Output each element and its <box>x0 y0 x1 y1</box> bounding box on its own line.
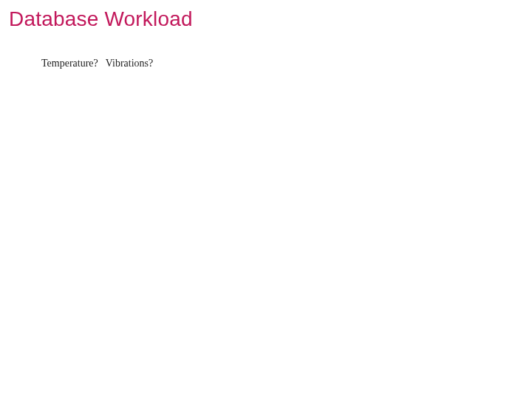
page-title: Database Workload <box>9 7 523 31</box>
subtitle-item-vibrations: Vibrations? <box>106 58 153 69</box>
subtitle-item-temperature: Temperature? <box>41 58 98 69</box>
slide-container: Database Workload Temperature? Vibration… <box>0 0 532 399</box>
subtitle-row: Temperature? Vibrations? <box>41 58 153 69</box>
